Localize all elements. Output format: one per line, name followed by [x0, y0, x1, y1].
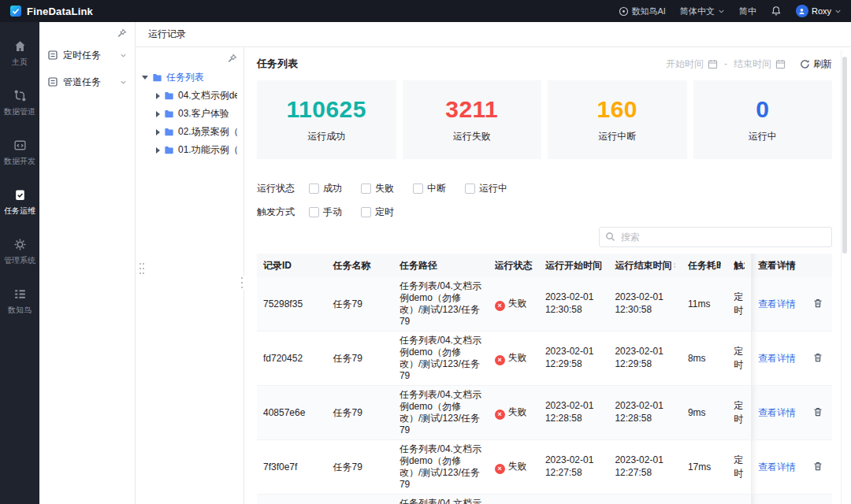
clipboard-check-icon — [13, 188, 27, 202]
delete-cell — [804, 277, 832, 332]
detail-cell: 查看详情 — [751, 386, 803, 440]
task-name-cell: 任务79 — [326, 332, 392, 386]
tabbar: 运行记录 — [136, 22, 851, 47]
user-menu[interactable]: Roxy — [796, 5, 842, 17]
table-row[interactable]: fd720452 任务79 任务列表/04.文档示例demo（勿修改）/测试/1… — [257, 332, 832, 386]
delete-icon[interactable] — [812, 406, 823, 417]
ai-assistant-button[interactable]: 数知鸟AI — [619, 6, 666, 17]
tree-node-01-features[interactable]: 01.功能示例（勿... — [142, 141, 237, 159]
tree-node-03-customer[interactable]: 03.客户体验 — [142, 105, 237, 123]
search-input[interactable] — [599, 227, 832, 247]
checkbox-success[interactable]: 成功 — [309, 182, 342, 195]
tree-node-02-scenarios[interactable]: 02.场景案例（勿... — [142, 123, 237, 141]
start-date-input[interactable]: 开始时间 — [666, 57, 718, 71]
language-short-toggle[interactable]: 简中 — [739, 6, 756, 17]
checkbox-failed[interactable]: 失败 — [361, 182, 394, 195]
task-path-cell: 任务列表/04.文档示例demo（勿修改）/测试/123/任务79 — [393, 495, 489, 504]
rail-item-admin[interactable]: 管理系统 — [4, 238, 35, 266]
resize-grip[interactable] — [139, 261, 145, 276]
checkbox-manual[interactable]: 手动 — [309, 206, 342, 219]
table-row[interactable]: 7f3f0e7f 任务79 任务列表/04.文档示例demo（勿修改）/测试/1… — [257, 440, 832, 495]
checkbox-icon — [465, 183, 475, 194]
delete-icon[interactable] — [812, 352, 823, 363]
checkbox-icon — [361, 183, 371, 194]
ai-icon — [619, 6, 629, 17]
delete-icon[interactable] — [812, 298, 823, 309]
delete-cell — [804, 495, 832, 504]
stat-card-interrupted: 160 运行中断 — [548, 80, 687, 159]
rail-item-task-ops[interactable]: 任务运维 — [4, 188, 35, 217]
col-trigger: 触发 — [727, 254, 751, 277]
table-row[interactable]: 40857e6e 任务79 任务列表/04.文档示例demo（勿修改）/测试/1… — [257, 386, 832, 440]
view-detail-link[interactable]: 查看详情 — [758, 353, 796, 364]
notification-bell[interactable] — [771, 6, 782, 17]
refresh-icon — [800, 59, 810, 69]
table-row[interactable]: 5bfbec31 任务79 任务列表/04.文档示例demo（勿修改）/测试/1… — [257, 495, 832, 504]
checkbox-running[interactable]: 运行中 — [465, 182, 507, 195]
folder-icon — [152, 72, 162, 83]
refresh-button[interactable]: 刷新 — [800, 57, 832, 71]
rail-item-data-pipeline[interactable]: 数据管道 — [4, 89, 35, 117]
chevron-down-icon — [834, 8, 842, 15]
col-end-time-sort[interactable]: 运行结束时间 — [608, 254, 682, 277]
scrollbar-thumb[interactable] — [842, 57, 847, 254]
view-detail-link[interactable]: 查看详情 — [758, 407, 796, 418]
tree-node-task-list[interactable]: 任务列表 — [142, 69, 237, 87]
end-date-input[interactable]: 结束时间 — [734, 57, 786, 71]
chevron-down-icon — [120, 79, 127, 86]
col-delete — [804, 254, 832, 277]
status-text: 失败 — [508, 406, 527, 417]
subnav-item-pipeline-tasks[interactable]: 管道任务 — [39, 69, 135, 95]
app-logo[interactable]: FineDataLink — [9, 5, 93, 17]
task-name-cell: 任务79 — [326, 495, 392, 504]
end-time-cell: 2023-02-01 12:29:58 — [608, 332, 682, 386]
col-start-time-sort[interactable]: 运行开始时间 — [539, 254, 608, 277]
status-icon: × — [495, 301, 505, 311]
bell-icon — [771, 6, 782, 17]
stats-cards: 110625 运行成功 3211 运行失败 160 运行中断 0 — [257, 80, 832, 159]
language-select[interactable]: 简体中文 — [680, 6, 725, 17]
page-title: 任务列表 — [257, 57, 298, 71]
task-name-cell: 任务79 — [326, 277, 392, 332]
record-id-cell: fd720452 — [257, 332, 326, 386]
col-duration-sort[interactable]: 任务耗时 — [682, 254, 727, 277]
status-icon: × — [495, 464, 505, 474]
view-detail-link[interactable]: 查看详情 — [758, 461, 796, 472]
col-record-id: 记录ID — [257, 254, 326, 277]
tree-node-04-docs[interactable]: 04.文档示例dem... — [142, 87, 237, 105]
run-status-cell: ×失败 — [489, 440, 539, 495]
rail-item-shuzhiniao[interactable]: 数知鸟 — [8, 287, 32, 316]
pin-icon[interactable] — [227, 54, 237, 64]
checkbox-interrupted[interactable]: 中断 — [413, 182, 446, 195]
pin-icon[interactable] — [117, 28, 127, 39]
left-rail: 主页 数据管道 数据开发 任务运维 管理系统 数知鸟 — [0, 22, 39, 504]
checkbox-icon — [309, 207, 319, 217]
delete-cell — [804, 440, 832, 495]
duration-cell: 8ms — [682, 332, 727, 386]
home-icon — [13, 39, 27, 53]
col-run-status: 运行状态 — [489, 254, 539, 277]
table-row[interactable]: 75298f35 任务79 任务列表/04.文档示例demo（勿修改）/测试/1… — [257, 277, 832, 332]
stat-value: 3211 — [445, 96, 498, 123]
run-status-cell: ×失败 — [489, 386, 539, 440]
list-icon — [13, 287, 27, 301]
delete-cell — [804, 332, 832, 386]
task-name-cell: 任务79 — [326, 386, 392, 440]
rail-item-home[interactable]: 主页 — [12, 39, 28, 68]
sort-icon — [674, 261, 675, 269]
delete-icon[interactable] — [812, 461, 823, 472]
subnav-item-scheduled-tasks[interactable]: 定时任务 — [39, 42, 135, 69]
rail-item-data-dev[interactable]: 数据开发 — [4, 139, 35, 167]
run-records-table: 记录ID 任务名称 任务路径 运行状态 运行开始时间 运行结束时间 任务耗时 触… — [257, 254, 832, 504]
code-window-icon — [13, 139, 27, 152]
checkbox-scheduled[interactable]: 定时 — [361, 206, 394, 219]
calendar-icon — [708, 59, 718, 69]
end-time-cell: 2023-02-01 12:26:58 — [608, 495, 682, 504]
end-time-cell: 2023-02-01 12:30:58 — [608, 277, 682, 332]
view-detail-link[interactable]: 查看详情 — [758, 298, 796, 309]
col-detail: 查看详情 — [751, 254, 803, 277]
ai-label: 数知鸟AI — [632, 6, 666, 17]
tab-run-records[interactable]: 运行记录 — [148, 28, 186, 41]
run-status-filter-label: 运行状态 — [257, 182, 295, 195]
col-task-name: 任务名称 — [326, 254, 392, 277]
